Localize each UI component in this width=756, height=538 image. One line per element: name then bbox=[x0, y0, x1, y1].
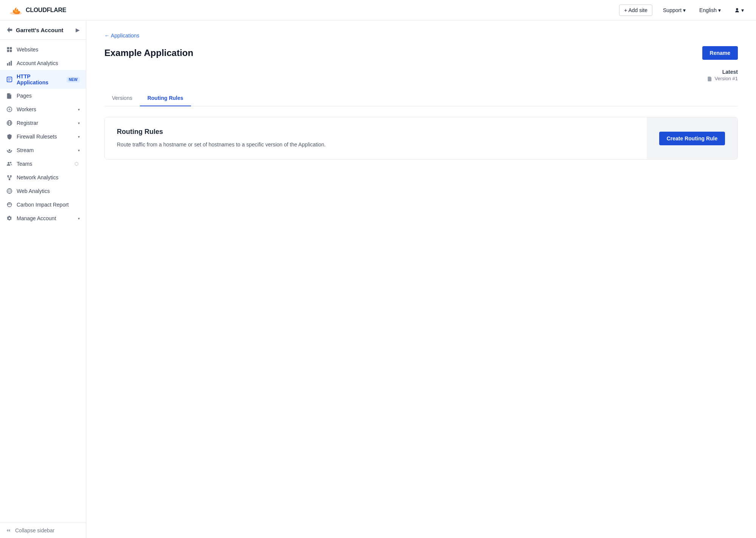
sidebar-item-label: Stream bbox=[17, 147, 74, 153]
app-icon bbox=[6, 76, 13, 83]
sidebar-item-account-analytics[interactable]: Account Analytics bbox=[0, 56, 86, 70]
sidebar-item-label: HTTP Applications bbox=[17, 73, 63, 86]
sidebar-item-label: Workers bbox=[17, 106, 74, 112]
chevron-down-icon: ▾ bbox=[78, 135, 80, 139]
sidebar-item-label: Web Analytics bbox=[17, 188, 80, 194]
create-routing-rule-button[interactable]: Create Routing Rule bbox=[659, 132, 725, 145]
tab-versions[interactable]: Versions bbox=[104, 90, 140, 106]
sidebar-item-websites[interactable]: Websites bbox=[0, 43, 86, 56]
shield-icon bbox=[6, 133, 13, 140]
sidebar-item-workers[interactable]: Workers ▾ bbox=[0, 103, 86, 116]
sidebar-item-label: Carbon Impact Report bbox=[17, 202, 80, 208]
gear-icon bbox=[6, 215, 13, 222]
user-icon bbox=[734, 8, 740, 13]
rename-button[interactable]: Rename bbox=[702, 46, 738, 60]
collapse-label: Collapse sidebar bbox=[15, 527, 54, 533]
routing-rules-card: Routing Rules Route traffic from a hostn… bbox=[104, 117, 738, 160]
sidebar-item-label: Account Analytics bbox=[17, 60, 80, 66]
sidebar-item-manage-account[interactable]: Manage Account ▾ bbox=[0, 211, 86, 225]
cloudflare-flame-icon bbox=[9, 3, 23, 17]
page-header: Example Application Rename bbox=[104, 46, 738, 60]
stream-icon bbox=[6, 147, 13, 154]
sidebar-item-http-applications[interactable]: HTTP Applications New bbox=[0, 70, 86, 89]
sidebar-item-network-analytics[interactable]: Network Analytics bbox=[0, 171, 86, 184]
chevron-down-icon: ▾ bbox=[741, 7, 744, 13]
carbon-icon bbox=[6, 201, 13, 208]
sidebar-item-label: Pages bbox=[17, 93, 80, 99]
version-info: Latest Version #1 bbox=[104, 69, 738, 81]
svg-point-13 bbox=[9, 149, 11, 151]
chevron-down-icon: ▾ bbox=[78, 148, 80, 152]
tab-routing-rules[interactable]: Routing Rules bbox=[140, 90, 191, 106]
sidebar-item-firewall-rulesets[interactable]: Firewall Rulesets ▾ bbox=[0, 130, 86, 143]
collapse-icon bbox=[6, 527, 12, 533]
svg-point-15 bbox=[10, 162, 11, 163]
account-name: Garrett's Account bbox=[16, 27, 64, 33]
back-icon bbox=[6, 26, 13, 33]
globe-icon bbox=[6, 120, 13, 126]
collapse-sidebar-button[interactable]: Collapse sidebar bbox=[0, 522, 86, 538]
sidebar-item-teams[interactable]: Teams ⬡ bbox=[0, 157, 86, 171]
sidebar-item-label: Teams bbox=[17, 161, 71, 167]
chevron-down-icon: ▾ bbox=[78, 121, 80, 125]
svg-rect-3 bbox=[7, 50, 9, 52]
sidebar-item-pages[interactable]: Pages bbox=[0, 89, 86, 103]
routing-rules-title: Routing Rules bbox=[117, 128, 635, 136]
breadcrumb[interactable]: ← Applications bbox=[104, 33, 738, 39]
new-badge: New bbox=[67, 77, 80, 82]
chevron-down-icon: ▾ bbox=[78, 216, 80, 221]
bar-chart-icon bbox=[6, 60, 13, 67]
support-button[interactable]: Support ▾ bbox=[660, 6, 689, 15]
sidebar-item-label: Network Analytics bbox=[17, 174, 80, 180]
cloudflare-logo[interactable]: CLOUDFLARE bbox=[9, 3, 66, 17]
tabs: Versions Routing Rules bbox=[104, 90, 738, 106]
svg-point-14 bbox=[8, 162, 9, 164]
sidebar-item-label: Manage Account bbox=[17, 215, 74, 221]
svg-rect-2 bbox=[10, 47, 12, 50]
page-title: Example Application bbox=[104, 48, 193, 58]
add-site-button[interactable]: + Add site bbox=[619, 5, 652, 16]
sidebar-item-label: Websites bbox=[17, 47, 80, 53]
web-analytics-icon bbox=[6, 188, 13, 194]
network-icon bbox=[6, 174, 13, 181]
main-content: ← Applications Example Application Renam… bbox=[86, 20, 756, 538]
file-icon bbox=[6, 92, 13, 99]
language-button[interactable]: English ▾ bbox=[696, 6, 724, 15]
teams-icon bbox=[6, 160, 13, 167]
routing-rules-description: Route traffic from a hostname or set of … bbox=[117, 140, 635, 149]
sidebar-nav: Websites Account Analytics HTTP Applicat… bbox=[0, 40, 86, 522]
svg-rect-1 bbox=[7, 47, 9, 50]
svg-rect-4 bbox=[10, 50, 12, 52]
sidebar-item-label: Firewall Rulesets bbox=[17, 134, 74, 140]
routing-card-content: Routing Rules Route traffic from a hostn… bbox=[105, 117, 647, 159]
svg-rect-8 bbox=[7, 77, 12, 82]
chevron-down-icon: ▾ bbox=[718, 7, 721, 13]
sidebar-item-label: Registrar bbox=[17, 120, 74, 126]
sidebar-item-carbon-impact[interactable]: Carbon Impact Report bbox=[0, 198, 86, 211]
workers-icon bbox=[6, 106, 13, 113]
svg-rect-6 bbox=[9, 62, 10, 66]
topnav: CLOUDFLARE + Add site Support ▾ English … bbox=[0, 0, 756, 20]
cloudflare-logo-text: CLOUDFLARE bbox=[26, 7, 66, 14]
version-label: Latest bbox=[104, 69, 738, 75]
external-link-icon: ⬡ bbox=[75, 161, 80, 166]
version-value: Version #1 bbox=[104, 76, 738, 81]
grid-icon bbox=[6, 46, 13, 53]
chevron-right-icon: ▶ bbox=[76, 27, 80, 33]
svg-rect-5 bbox=[7, 63, 8, 65]
document-icon bbox=[707, 76, 713, 81]
svg-rect-7 bbox=[11, 61, 12, 66]
sidebar-item-stream[interactable]: Stream ▾ bbox=[0, 143, 86, 157]
routing-card-action: Create Routing Rule bbox=[647, 117, 737, 159]
account-menu-button[interactable]: ▾ bbox=[731, 6, 747, 15]
sidebar-item-web-analytics[interactable]: Web Analytics bbox=[0, 184, 86, 198]
chevron-down-icon: ▾ bbox=[683, 7, 686, 13]
topnav-right: + Add site Support ▾ English ▾ ▾ bbox=[619, 5, 747, 16]
chevron-down-icon: ▾ bbox=[78, 107, 80, 112]
account-header[interactable]: Garrett's Account ▶ bbox=[0, 20, 86, 40]
sidebar-item-registrar[interactable]: Registrar ▾ bbox=[0, 116, 86, 130]
sidebar: Garrett's Account ▶ Websites Account Ana… bbox=[0, 20, 86, 538]
